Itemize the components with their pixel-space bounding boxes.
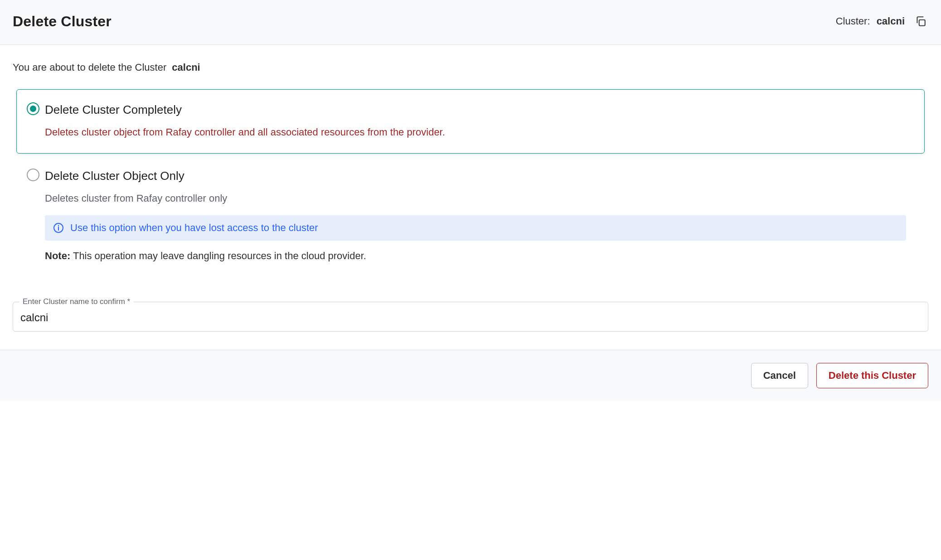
delete-this-cluster-button[interactable]: Delete this Cluster: [816, 363, 928, 388]
option-delete-completely[interactable]: Delete Cluster Completely Deletes cluste…: [16, 89, 925, 154]
radio-delete-object-only[interactable]: [27, 169, 39, 181]
radio-delete-completely[interactable]: [27, 102, 39, 115]
copy-icon: [915, 15, 926, 27]
info-icon: [53, 222, 64, 233]
note-text: This operation may leave dangling resour…: [73, 250, 366, 261]
option-delete-object-only[interactable]: Delete Cluster Object Only Deletes clust…: [16, 155, 925, 277]
svg-point-3: [58, 225, 59, 226]
cluster-label: Cluster:: [836, 15, 870, 27]
header-cluster-info: Cluster: calcni: [836, 14, 928, 29]
dialog-footer: Cancel Delete this Cluster: [0, 350, 941, 401]
option-delete-completely-desc: Deletes cluster object from Rafay contro…: [45, 125, 906, 140]
note-line: Note: This operation may leave dangling …: [45, 249, 906, 263]
cluster-name: calcni: [877, 15, 905, 27]
cancel-button[interactable]: Cancel: [751, 363, 808, 388]
intro-cluster-name: calcni: [172, 62, 200, 73]
confirm-field: Enter Cluster name to confirm *: [13, 302, 928, 332]
dialog-body: You are about to delete the Cluster calc…: [0, 45, 941, 350]
svg-rect-0: [919, 20, 925, 26]
intro-prefix: You are about to delete the Cluster: [13, 62, 166, 73]
confirm-cluster-name-input[interactable]: [13, 302, 928, 332]
dialog-header: Delete Cluster Cluster: calcni: [0, 0, 941, 45]
page-title: Delete Cluster: [13, 11, 112, 32]
confirm-field-label: Enter Cluster name to confirm *: [19, 296, 134, 308]
info-banner: Use this option when you have lost acces…: [45, 215, 906, 241]
info-banner-text: Use this option when you have lost acces…: [70, 221, 318, 235]
option-delete-object-only-desc: Deletes cluster from Rafay controller on…: [45, 191, 906, 206]
delete-options: Delete Cluster Completely Deletes cluste…: [16, 89, 925, 277]
intro-text: You are about to delete the Cluster calc…: [13, 60, 928, 75]
option-delete-object-only-title: Delete Cluster Object Only: [45, 168, 906, 185]
option-delete-completely-title: Delete Cluster Completely: [45, 101, 906, 119]
copy-cluster-name-button[interactable]: [913, 14, 928, 29]
note-label: Note:: [45, 250, 70, 261]
